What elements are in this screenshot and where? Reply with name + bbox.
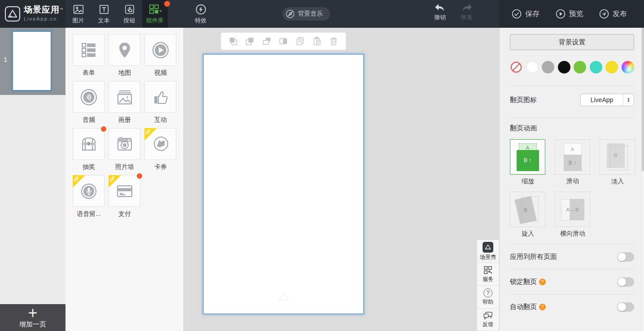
component-audio[interactable]: 音频	[73, 81, 105, 124]
undo-button[interactable]: 撤销	[427, 4, 453, 21]
play-circle-icon	[556, 9, 566, 19]
swatch-rainbow[interactable]	[622, 61, 634, 73]
scene-show-button[interactable]: 场景秀	[477, 240, 499, 262]
tool-component-library[interactable]: 组件库	[142, 0, 168, 28]
slide-anim-icon: A B ↑	[561, 143, 584, 171]
component-map[interactable]: 地图	[109, 34, 141, 77]
logo-triangle-icon	[4, 6, 21, 22]
lock-page-turn-toggle[interactable]	[617, 277, 634, 287]
help-question-icon[interactable]: ?	[539, 304, 546, 310]
component-photo-wall[interactable]: 照片墙	[109, 128, 141, 171]
background-color-swatches	[510, 61, 634, 73]
logo-title: 场景应用™	[24, 5, 64, 14]
page-thumbnail[interactable]	[12, 31, 52, 91]
background-music-button[interactable]: 背景音乐	[283, 7, 330, 21]
apply-all-pages-label: 应用到所有页面	[510, 253, 557, 261]
tool-effects[interactable]: 特效	[188, 0, 213, 28]
page-settings-panel: 背景设置 翻页图标 LiveApp ▲▼ 翻页动画 A B ↑ 缩放 A	[499, 28, 644, 331]
notification-dot	[137, 173, 142, 179]
tool-image[interactable]: 图片	[65, 0, 91, 28]
vip-badge: VIP	[109, 175, 121, 188]
page-icon-select[interactable]: LiveApp ▲▼	[580, 94, 634, 106]
camera-icon	[115, 135, 134, 154]
swatch-green[interactable]	[574, 61, 586, 73]
paste-icon[interactable]	[312, 36, 322, 46]
undo-icon	[434, 4, 446, 13]
logo-subtitle: LiveApp.cn	[24, 16, 57, 21]
swatch-white[interactable]	[526, 61, 539, 73]
plus-icon: +	[28, 306, 37, 320]
zoom-anim-icon: A B ↑	[517, 143, 539, 171]
feedback-button[interactable]: 反馈	[477, 308, 499, 331]
auto-page-turn-toggle[interactable]	[617, 302, 634, 312]
hand-pointer-icon	[124, 4, 135, 15]
apply-all-pages-row: 应用到所有页面	[510, 245, 634, 269]
send-to-back-icon[interactable]	[245, 36, 255, 46]
tool-text[interactable]: 文本	[91, 0, 117, 28]
design-canvas-page[interactable]	[203, 54, 364, 314]
swatch-black[interactable]	[558, 61, 570, 73]
redo-button[interactable]: 恢复	[454, 4, 480, 21]
app-logo[interactable]: 场景应用™ LiveApp.cn	[0, 0, 65, 28]
horizontal-slide-anim-icon: A ←B	[561, 199, 584, 220]
select-arrows-icon: ▲▼	[623, 94, 634, 106]
add-page-button[interactable]: + 增加一页	[0, 304, 65, 331]
page-icon-label: 翻页图标	[510, 96, 537, 104]
component-lottery[interactable]: 抽奖	[73, 128, 105, 171]
service-button[interactable]: 服务	[477, 262, 499, 285]
anim-option-horizontal-slide[interactable]: A ←B 横向滑动	[555, 192, 591, 238]
bring-forward-icon[interactable]	[262, 36, 272, 46]
swatch-teal[interactable]	[590, 61, 602, 73]
component-grid-icon	[148, 4, 162, 15]
album-icon	[115, 88, 134, 107]
scene-show-logo-icon	[483, 242, 493, 253]
swatch-gray[interactable]	[542, 61, 554, 73]
anim-option-rotate[interactable]: B 旋入	[510, 192, 546, 238]
image-icon	[73, 4, 84, 15]
send-backward-icon[interactable]	[278, 36, 288, 46]
component-video[interactable]: 视频	[144, 34, 177, 77]
check-circle-icon	[512, 9, 522, 19]
toolbar-tools: 图片 文本 按钮 组件库 特效	[65, 0, 213, 28]
component-interaction[interactable]: 互动	[144, 81, 177, 124]
anim-option-slide[interactable]: A B ↑ 滑动	[555, 139, 591, 185]
notification-dot	[164, 1, 170, 7]
anim-option-zoom[interactable]: A B ↑ 缩放	[510, 139, 546, 185]
swatch-yellow[interactable]	[605, 61, 618, 73]
rotate-anim-icon: B	[516, 196, 540, 224]
divider	[510, 86, 634, 86]
pages-sidebar: 1 + 增加一页	[0, 28, 65, 331]
thumbs-up-icon	[151, 88, 170, 107]
audio-icon	[79, 88, 98, 107]
auto-page-turn-label: 自动翻页	[510, 303, 537, 311]
form-icon	[79, 41, 98, 60]
anim-option-fade[interactable]: B 淡入	[600, 139, 635, 185]
vip-badge: VIP	[73, 175, 85, 188]
bring-to-front-icon[interactable]	[228, 36, 238, 46]
vip-badge: VIP	[144, 128, 157, 141]
liveapp-watermark-icon	[278, 291, 289, 302]
edge-button-column: 场景秀 服务 ? 帮助 反馈	[477, 240, 499, 331]
background-settings-button[interactable]: 背景设置	[510, 34, 634, 50]
help-question-icon[interactable]: ?	[539, 279, 546, 285]
component-form[interactable]: 表单	[73, 34, 105, 77]
component-voice-message[interactable]: VIP 语音留...	[73, 175, 105, 218]
swatch-none[interactable]	[510, 61, 522, 73]
publish-button[interactable]: 发布	[599, 9, 627, 19]
save-button[interactable]: 保存	[512, 9, 540, 19]
preview-button[interactable]: 预览	[556, 9, 583, 19]
lock-page-turn-row: 锁定翻页 ?	[510, 270, 634, 294]
tool-button[interactable]: 按钮	[117, 0, 142, 28]
apply-all-pages-toggle[interactable]	[617, 252, 634, 262]
component-payment[interactable]: VIP 支付	[109, 175, 141, 218]
paper-plane-circle-icon	[599, 9, 609, 19]
help-button[interactable]: ? 帮助	[477, 285, 499, 308]
divider	[510, 118, 634, 118]
panel-scrollbar[interactable]	[641, 28, 644, 331]
component-coupon[interactable]: VIP 卡券	[144, 128, 177, 171]
copy-icon[interactable]	[295, 36, 305, 46]
question-icon: ?	[483, 288, 492, 297]
delete-icon[interactable]	[329, 36, 339, 46]
background-music-label: 背景音乐	[298, 10, 323, 18]
component-album[interactable]: 画册	[109, 81, 141, 124]
